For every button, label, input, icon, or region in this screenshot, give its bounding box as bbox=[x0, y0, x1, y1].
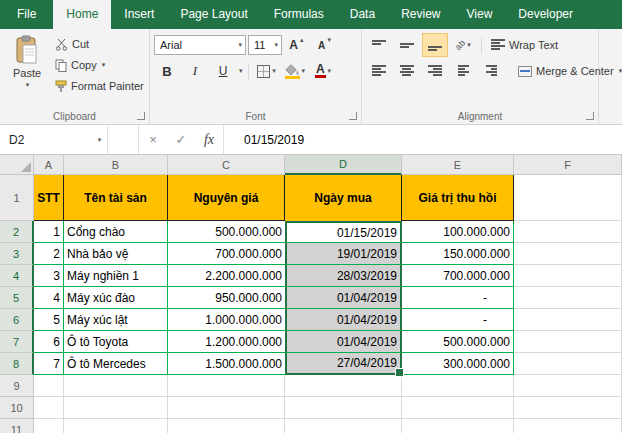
cell[interactable] bbox=[168, 397, 285, 419]
cell[interactable] bbox=[514, 287, 622, 309]
tab-data[interactable]: Data bbox=[337, 0, 388, 29]
selected-cell[interactable]: 19/01/2019 bbox=[285, 243, 402, 265]
cell[interactable]: 150.000.000 bbox=[402, 243, 514, 265]
cell[interactable] bbox=[514, 309, 622, 331]
cell[interactable]: Máy xúc lật bbox=[64, 309, 168, 331]
cell[interactable]: 1.500.000.000 bbox=[168, 353, 285, 375]
cell[interactable]: Máy xúc đào bbox=[64, 287, 168, 309]
row-header-8[interactable]: 8 bbox=[0, 353, 34, 375]
name-box-dropdown[interactable]: ▾ bbox=[91, 125, 108, 154]
increase-indent-button[interactable] bbox=[478, 59, 504, 83]
row-header-2[interactable]: 2 bbox=[0, 221, 34, 243]
cell[interactable] bbox=[285, 375, 402, 397]
table-header-cell[interactable]: Giá trị thu hồi bbox=[402, 175, 514, 221]
cell[interactable] bbox=[402, 419, 514, 433]
table-header-cell[interactable]: Nguyên giá bbox=[168, 175, 285, 221]
enter-button[interactable]: ✓ bbox=[167, 125, 195, 154]
underline-button[interactable]: U bbox=[210, 59, 236, 83]
align-left-button[interactable] bbox=[366, 59, 392, 83]
formula-input[interactable]: 01/15/2019 bbox=[224, 125, 622, 154]
cell[interactable] bbox=[34, 375, 64, 397]
selected-cell[interactable]: 01/04/2019 bbox=[285, 331, 402, 353]
row-header-1[interactable]: 1 bbox=[0, 175, 34, 221]
cell[interactable] bbox=[514, 375, 622, 397]
align-right-button[interactable] bbox=[422, 59, 448, 83]
cell[interactable]: 4 bbox=[34, 287, 64, 309]
col-header-a[interactable]: A bbox=[34, 155, 64, 175]
cell[interactable]: 2 bbox=[34, 243, 64, 265]
tab-file[interactable]: File bbox=[0, 0, 53, 29]
col-header-b[interactable]: B bbox=[64, 155, 168, 175]
active-cell[interactable]: 01/15/2019 bbox=[285, 221, 402, 243]
cell[interactable]: 300.000.000 bbox=[402, 353, 514, 375]
cell[interactable] bbox=[514, 331, 622, 353]
row-header-4[interactable]: 4 bbox=[0, 265, 34, 287]
row-header-9[interactable]: 9 bbox=[0, 375, 34, 397]
cell[interactable] bbox=[168, 419, 285, 433]
cell[interactable]: 1 bbox=[34, 221, 64, 243]
decrease-indent-button[interactable] bbox=[450, 59, 476, 83]
cell[interactable]: 500.000.000 bbox=[168, 221, 285, 243]
font-size-select[interactable]: 11 ▾ bbox=[248, 35, 282, 55]
selected-cell[interactable]: 01/04/2019 bbox=[285, 287, 402, 309]
cell[interactable] bbox=[402, 397, 514, 419]
tab-formulas[interactable]: Formulas bbox=[261, 0, 337, 29]
col-header-e[interactable]: E bbox=[402, 155, 514, 175]
cell[interactable]: 100.000.000 bbox=[402, 221, 514, 243]
cell[interactable]: Ô tô Mercedes bbox=[64, 353, 168, 375]
cell[interactable]: 7 bbox=[34, 353, 64, 375]
select-all-corner[interactable] bbox=[0, 155, 34, 175]
tab-review[interactable]: Review bbox=[388, 0, 453, 29]
table-header-cell[interactable]: STT bbox=[34, 175, 64, 221]
cell[interactable] bbox=[514, 243, 622, 265]
cell[interactable] bbox=[64, 375, 168, 397]
selected-cell[interactable]: 27/04/2019 bbox=[285, 353, 402, 375]
top-align-button[interactable] bbox=[366, 33, 392, 57]
cell[interactable] bbox=[514, 265, 622, 287]
cell[interactable] bbox=[34, 419, 64, 433]
font-name-select[interactable]: Arial ▾ bbox=[154, 35, 246, 55]
tab-view[interactable]: View bbox=[454, 0, 506, 29]
cell[interactable] bbox=[514, 221, 622, 243]
cell[interactable]: - bbox=[402, 287, 514, 309]
cell[interactable]: 700.000.000 bbox=[168, 243, 285, 265]
tab-home[interactable]: Home bbox=[53, 0, 111, 29]
row-header-11[interactable]: 11 bbox=[0, 419, 34, 433]
cell[interactable] bbox=[402, 375, 514, 397]
fill-handle[interactable] bbox=[395, 368, 404, 377]
selected-cell[interactable]: 01/04/2019 bbox=[285, 309, 402, 331]
cell[interactable]: Máy nghiền 1 bbox=[64, 265, 168, 287]
bold-button[interactable]: B bbox=[154, 59, 180, 83]
cell[interactable] bbox=[514, 419, 622, 433]
row-header-7[interactable]: 7 bbox=[0, 331, 34, 353]
format-painter-button[interactable]: Format Painter bbox=[55, 77, 144, 95]
tab-page-layout[interactable]: Page Layout bbox=[167, 0, 260, 29]
bottom-align-button[interactable] bbox=[422, 33, 448, 57]
cell[interactable]: 700.000.000 bbox=[402, 265, 514, 287]
paste-button[interactable]: Paste ▾ bbox=[4, 32, 50, 95]
cell[interactable]: Cổng chào bbox=[64, 221, 168, 243]
cell[interactable] bbox=[514, 175, 622, 221]
cell[interactable]: 2.200.000.000 bbox=[168, 265, 285, 287]
merge-center-button[interactable]: Merge & Center ▾ bbox=[514, 60, 622, 82]
cell[interactable] bbox=[514, 397, 622, 419]
cell[interactable]: 5 bbox=[34, 309, 64, 331]
italic-button[interactable]: I bbox=[182, 59, 208, 83]
clipboard-dialog-launcher[interactable] bbox=[137, 112, 145, 120]
cut-button[interactable]: Cut bbox=[55, 35, 144, 53]
cell[interactable]: Ô tô Toyota bbox=[64, 331, 168, 353]
cell[interactable] bbox=[285, 419, 402, 433]
fill-color-button[interactable]: ▾ bbox=[282, 59, 309, 83]
copy-button[interactable]: Copy ▾ bbox=[55, 56, 144, 74]
cell[interactable]: Nhà bảo vệ bbox=[64, 243, 168, 265]
selected-cell[interactable]: 28/03/2019 bbox=[285, 265, 402, 287]
table-header-cell[interactable]: Tên tài sản bbox=[64, 175, 168, 221]
orientation-button[interactable]: ab ▾ bbox=[450, 33, 476, 57]
col-header-f[interactable]: F bbox=[514, 155, 622, 175]
cancel-button[interactable]: × bbox=[139, 125, 167, 154]
col-header-d-selected[interactable]: D bbox=[285, 155, 402, 175]
row-header-5[interactable]: 5 bbox=[0, 287, 34, 309]
increase-font-size-button[interactable]: A ▲ bbox=[284, 33, 310, 57]
row-header-10[interactable]: 10 bbox=[0, 397, 34, 419]
name-box[interactable]: D2 bbox=[0, 125, 91, 154]
